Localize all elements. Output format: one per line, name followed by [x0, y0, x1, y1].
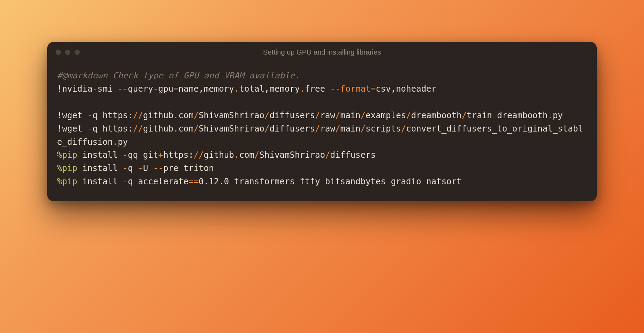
code-token: dreambooth	[411, 111, 462, 120]
code-token: main	[340, 124, 360, 134]
code-token: -	[92, 84, 97, 94]
code-token: -	[123, 150, 128, 160]
code-token: /	[264, 124, 269, 134]
code-token: qq git	[128, 150, 158, 160]
code-token: /	[335, 111, 340, 120]
code-token: https:	[163, 150, 194, 160]
code-token: 0.12.0 transformers ftfy bitsandbytes gr…	[199, 177, 462, 186]
minimize-icon[interactable]	[65, 50, 70, 55]
code-token: github	[204, 150, 234, 160]
code-token: --	[153, 163, 163, 173]
code-token: csv,noheader	[376, 84, 436, 94]
code-token: /	[406, 111, 411, 120]
code-token: free	[305, 84, 330, 94]
code-block[interactable]: #@markdown Check type of GPU and VRAM av…	[47, 62, 597, 201]
code-token: %pip	[57, 177, 77, 186]
code-token: install	[77, 177, 123, 186]
code-token: -	[123, 177, 128, 186]
code-token: %pip	[57, 150, 77, 160]
terminal-window: Setting up GPU and installing libraries …	[47, 42, 597, 201]
close-icon[interactable]	[56, 50, 61, 55]
code-token: smi	[98, 84, 118, 94]
code-token: .	[173, 124, 178, 134]
code-token: -	[153, 84, 158, 94]
code-token: scripts	[365, 124, 401, 134]
code-token: =	[173, 84, 178, 94]
code-token: main	[340, 111, 360, 120]
code-token: /	[360, 124, 365, 134]
code-token: name,memory	[178, 84, 234, 94]
code-token: total,memory	[239, 84, 300, 94]
code-token: #@markdown Check type of GPU and VRAM av…	[57, 71, 300, 80]
code-token: diffusers	[330, 150, 376, 160]
code-token: //	[133, 111, 143, 120]
code-token: .	[113, 137, 118, 147]
code-token: !wget	[57, 111, 88, 120]
code-token: U	[143, 163, 153, 173]
code-token: /	[462, 111, 467, 120]
code-token: com	[239, 150, 254, 160]
code-token: .	[234, 84, 239, 94]
code-token: install	[77, 150, 123, 160]
code-token: .	[300, 84, 305, 94]
code-token: .	[173, 111, 178, 120]
code-token: py	[553, 111, 563, 120]
code-token: ShivamShrirao	[199, 124, 265, 134]
code-token: raw	[320, 124, 335, 134]
code-token: /	[194, 124, 198, 134]
code-token: /	[325, 150, 330, 160]
code-token: +	[158, 150, 163, 160]
code-token: /	[401, 124, 406, 134]
code-token: /	[264, 111, 269, 120]
code-token: %pip	[57, 163, 77, 173]
code-token: diffusers	[270, 124, 315, 134]
code-token: -	[123, 163, 128, 173]
code-token: q https:	[92, 124, 133, 134]
code-token: -	[88, 124, 92, 134]
code-token: /	[360, 111, 365, 120]
code-token: ShivamShrirao	[199, 111, 265, 120]
code-token: //	[133, 124, 143, 134]
code-token: !wget	[57, 124, 88, 134]
code-token: //	[194, 150, 204, 160]
code-token: q https:	[92, 111, 133, 120]
code-token: diffusers	[270, 111, 315, 120]
code-token: q	[128, 163, 138, 173]
code-token: query	[128, 84, 153, 94]
code-token: github	[143, 124, 174, 134]
code-token: train_dreambooth	[467, 111, 547, 120]
code-token: !nvidia	[57, 84, 92, 94]
code-token: gpu	[158, 84, 173, 94]
traffic-lights	[56, 50, 80, 55]
code-token: com	[178, 111, 194, 120]
code-token: /	[194, 111, 198, 120]
code-token: q accelerate	[128, 177, 188, 186]
code-token: .	[548, 111, 553, 120]
code-token: github	[143, 111, 174, 120]
code-token: -	[138, 163, 143, 173]
code-token: /	[315, 111, 320, 120]
code-token: -	[88, 111, 92, 120]
code-token: com	[178, 124, 194, 134]
code-token: examples	[365, 111, 406, 120]
code-token: raw	[320, 111, 335, 120]
code-token: /	[254, 150, 259, 160]
code-token: pre triton	[163, 163, 214, 173]
code-token: ==	[189, 177, 199, 186]
code-token: py	[118, 137, 128, 147]
titlebar: Setting up GPU and installing libraries	[47, 42, 597, 62]
code-token: --	[118, 84, 128, 94]
code-token: install	[77, 163, 123, 173]
code-token: .	[234, 150, 239, 160]
code-token: /	[335, 124, 340, 134]
maximize-icon[interactable]	[75, 50, 80, 55]
window-title: Setting up GPU and installing libraries	[263, 48, 381, 56]
code-token: ShivamShrirao	[259, 150, 325, 160]
code-token: --format=	[330, 84, 376, 94]
code-token: /	[315, 124, 320, 134]
